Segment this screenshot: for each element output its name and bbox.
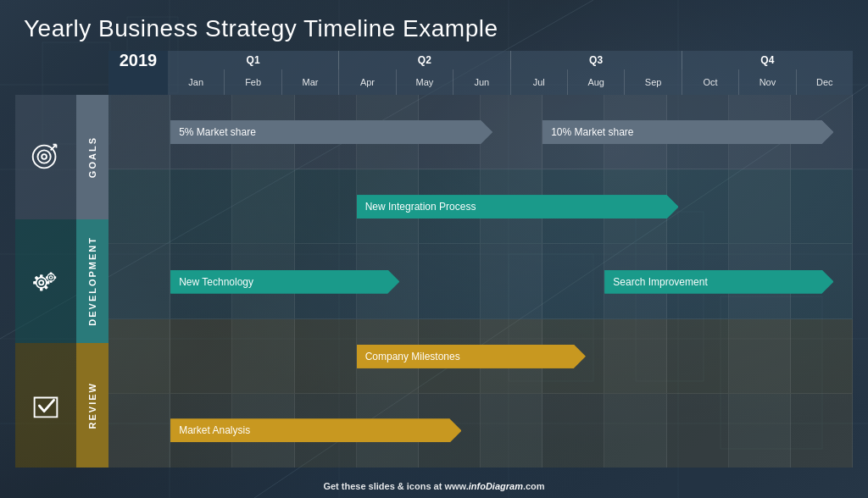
review-label: REVIEW <box>76 343 108 468</box>
month-mar: Mar <box>282 69 339 95</box>
gantt-bar: 10% Market share <box>542 120 833 144</box>
gantt-bar: Market Analysis <box>170 418 461 442</box>
svg-rect-33 <box>50 280 53 283</box>
footer-suffix: .com <box>523 481 545 491</box>
svg-point-17 <box>37 151 50 163</box>
svg-rect-24 <box>40 274 43 278</box>
svg-rect-34 <box>46 276 48 279</box>
review-icon-cell <box>15 343 76 468</box>
goals-icon-cell <box>15 95 76 219</box>
footer-prefix: Get these slides & icons at www. <box>323 481 468 491</box>
development-icon-cell <box>15 219 76 344</box>
month-jan: Jan <box>168 69 225 95</box>
gears-icon <box>28 263 64 299</box>
month-aug: Aug <box>568 69 625 95</box>
gantt-bar: Company Milestones <box>357 345 586 368</box>
footer: Get these slides & icons at www.infoDiag… <box>0 474 868 498</box>
target-icon <box>28 139 64 174</box>
month-apr: Apr <box>339 69 396 95</box>
development-label: DEVELOPMENT <box>76 219 108 344</box>
svg-rect-27 <box>47 281 50 285</box>
svg-rect-35 <box>54 276 57 279</box>
q3-label: Q3 <box>511 51 682 69</box>
footer-brand: infoDiagram <box>469 481 523 491</box>
month-feb: Feb <box>225 69 281 95</box>
gantt-bar: 5% Market share <box>170 120 492 144</box>
svg-point-22 <box>36 278 47 288</box>
svg-point-30 <box>47 274 55 281</box>
q4-label: Q4 <box>682 51 853 69</box>
month-nov: Nov <box>739 69 796 95</box>
label-column: GOALS DEVELOPMENT REVIEW <box>76 51 108 468</box>
q2-label: Q2 <box>339 51 510 69</box>
checkmark-icon <box>28 388 64 423</box>
svg-point-31 <box>49 276 53 279</box>
svg-rect-26 <box>33 281 36 285</box>
month-jun: Jun <box>453 69 510 95</box>
gantt-bar: New Technology <box>170 270 399 294</box>
icon-column <box>15 51 76 468</box>
svg-rect-25 <box>40 288 43 291</box>
gantt-bar: Search Improvement <box>604 270 833 294</box>
month-sep: Sep <box>625 69 682 95</box>
month-oct: Oct <box>682 69 739 95</box>
gantt-bar: New Integration Process <box>357 195 679 219</box>
title-bar: Yearly Business Strategy Timeline Exampl… <box>0 0 868 51</box>
gantt-area: 2019 Q1 Q2 Q3 Q4 Jan Feb Mar <box>108 51 853 468</box>
year-label: 2019 <box>120 51 158 70</box>
q1-label: Q1 <box>168 51 339 69</box>
svg-rect-32 <box>50 273 53 275</box>
main-content: GOALS DEVELOPMENT REVIEW 2019 Q1 <box>0 51 868 474</box>
month-dec: Dec <box>797 69 853 95</box>
gantt-header: 2019 Q1 Q2 Q3 Q4 Jan Feb Mar <box>108 51 853 95</box>
slide-title: Yearly Business Strategy Timeline Exampl… <box>24 15 844 42</box>
goals-label: GOALS <box>76 95 108 219</box>
svg-point-18 <box>42 154 47 159</box>
month-jul: Jul <box>511 69 568 95</box>
svg-point-23 <box>39 280 43 285</box>
month-may: May <box>397 69 453 95</box>
month-row: Jan Feb Mar Apr May Jun Jul Aug Sep Oct … <box>168 69 853 95</box>
